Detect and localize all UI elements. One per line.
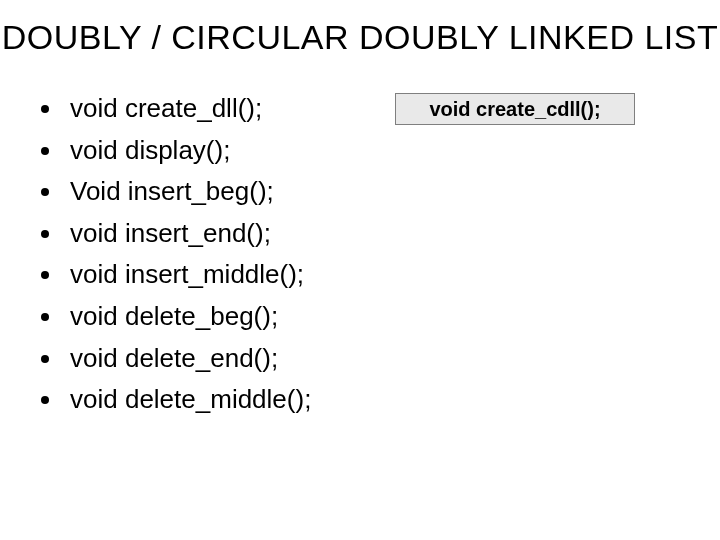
list-item: Void insert_beg(); [64, 171, 380, 213]
function-list: void create_dll(); void display(); Void … [40, 88, 380, 421]
list-item: void delete_middle(); [64, 379, 380, 421]
list-item: void create_dll(); [64, 88, 380, 130]
bullet-list: void create_dll(); void display(); Void … [40, 88, 380, 421]
list-item: void delete_end(); [64, 338, 380, 380]
slide: DOUBLY / CIRCULAR DOUBLY LINKED LIST voi… [0, 0, 720, 540]
list-item: void display(); [64, 130, 380, 172]
list-item: void insert_end(); [64, 213, 380, 255]
list-item: void insert_middle(); [64, 254, 380, 296]
list-item: void delete_beg(); [64, 296, 380, 338]
callout-box: void create_cdll(); [395, 93, 635, 125]
slide-title: DOUBLY / CIRCULAR DOUBLY LINKED LIST [0, 18, 720, 57]
